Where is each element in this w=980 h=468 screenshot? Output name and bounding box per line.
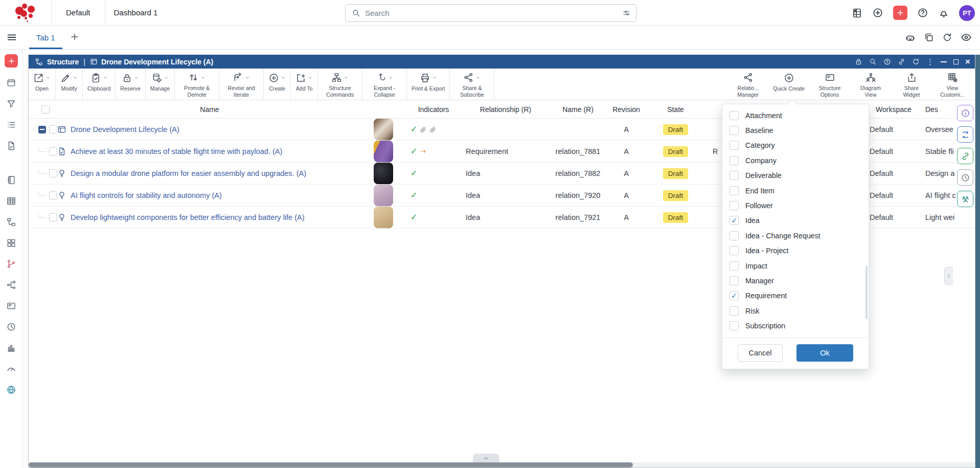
checkbox[interactable] [730, 141, 739, 150]
reserve-button[interactable]: Reserve [116, 69, 145, 100]
gauge-icon[interactable] [4, 362, 18, 376]
widget-title-bar[interactable]: Structure | Drone Development Lifecycle … [29, 55, 975, 69]
filter-option-deliverable[interactable]: Deliverable [722, 168, 869, 183]
list-icon[interactable] [4, 118, 18, 132]
print-export-button[interactable]: Print & Export [407, 69, 450, 100]
diagram-view-button[interactable]: Diagram View [850, 69, 891, 100]
help-icon[interactable] [917, 7, 928, 18]
checkbox[interactable] [730, 126, 739, 135]
structure-options-button[interactable]: Structure Options [809, 69, 850, 100]
filter-option-follower[interactable]: Follower [722, 198, 869, 213]
bar-chart-icon[interactable] [4, 341, 18, 355]
select-all-checkbox[interactable] [41, 105, 50, 114]
item-thumbnail[interactable] [374, 185, 393, 206]
share-subscribe-button[interactable]: Share & Subscribe [450, 69, 494, 100]
filter-option-impact[interactable]: Impact [722, 258, 869, 273]
widget-refresh-icon[interactable] [912, 58, 920, 65]
checkbox[interactable] [730, 201, 739, 210]
item-link[interactable]: Drone Development Lifecycle (A) [71, 125, 179, 133]
table-grid-icon[interactable] [4, 194, 18, 208]
close-icon[interactable]: × [965, 57, 970, 66]
item-link[interactable]: Achieve at least 30 minutes of stable fl… [71, 147, 282, 155]
checkbox[interactable] [730, 291, 739, 300]
history-icon[interactable] [957, 169, 973, 186]
checkbox[interactable] [730, 156, 739, 165]
row-checkbox[interactable] [49, 191, 57, 199]
open-button[interactable]: Open [29, 69, 56, 100]
search-filters-icon[interactable] [622, 9, 631, 17]
filter-option-idea-change-request[interactable]: Idea - Change Request [722, 228, 869, 243]
column-header-name-r[interactable]: Name (R) [549, 105, 607, 114]
item-thumbnail[interactable] [374, 207, 393, 228]
more-options-icon[interactable]: ⋮ [926, 57, 934, 66]
expand-collapse-button[interactable]: Expand - Collapse [362, 69, 407, 100]
user-avatar[interactable]: PT [959, 5, 975, 21]
ok-button[interactable]: Ok [796, 344, 853, 362]
item-thumbnail[interactable] [374, 163, 393, 184]
column-header-name[interactable]: Name [57, 105, 362, 114]
menu-dashboard-1[interactable]: Dashboard 1 [105, 0, 167, 25]
checkbox[interactable] [730, 306, 739, 316]
view-customization-button[interactable]: View Customi... [932, 69, 973, 100]
dropdown-scrollbar[interactable] [865, 265, 868, 319]
flow-nodes-icon[interactable] [4, 278, 18, 292]
add-to-button[interactable]: Add To [291, 69, 318, 100]
notifications-bell-icon[interactable] [938, 7, 949, 18]
checkbox[interactable] [730, 111, 739, 120]
checkbox[interactable] [730, 171, 739, 180]
export-grid-icon[interactable] [852, 8, 862, 18]
quick-create-button[interactable]: Quick Create [768, 69, 809, 100]
search-in-widget-icon[interactable] [869, 58, 877, 65]
add-circle-icon[interactable] [872, 7, 883, 18]
filter-option-idea[interactable]: Idea [722, 213, 869, 228]
branch-icon[interactable] [4, 257, 18, 271]
create-button[interactable]: Create [264, 69, 291, 100]
row-checkbox[interactable] [49, 125, 57, 133]
checkbox[interactable] [730, 246, 739, 255]
promote-demote-button[interactable]: Promote & Demote [175, 69, 219, 100]
link-icon[interactable] [957, 148, 973, 164]
column-header-indicators[interactable]: Indicators [405, 105, 462, 114]
notebook-icon[interactable] [4, 173, 18, 187]
preview-eye-icon[interactable] [961, 32, 972, 43]
card-icon[interactable] [4, 299, 18, 313]
hamburger-menu-icon[interactable] [6, 32, 17, 43]
filter-option-risk[interactable]: Risk [722, 303, 869, 318]
column-header-workspace[interactable]: Workspace [865, 105, 922, 114]
item-thumbnail[interactable] [374, 141, 393, 162]
structure-tree-icon[interactable] [4, 215, 18, 229]
row-checkbox[interactable] [49, 147, 57, 155]
share-widget-button[interactable]: Share Widget [891, 69, 932, 100]
filter-option-end-item[interactable]: End Item [722, 183, 869, 198]
search-input[interactable] [365, 9, 618, 17]
filter-option-baseline[interactable]: Baseline [722, 123, 869, 138]
maximize-icon[interactable] [953, 59, 959, 64]
checkbox[interactable] [730, 276, 739, 285]
column-header-relationship[interactable]: Relationship (R) [462, 105, 549, 114]
filter-option-attachment[interactable]: Attachment [722, 108, 869, 123]
globe-icon[interactable] [4, 383, 18, 397]
structure-commands-button[interactable]: Structure Commands [318, 69, 362, 100]
quick-create-icon[interactable] [893, 6, 907, 20]
clipboard-button[interactable]: Clipboard [83, 69, 116, 100]
collapse-toggle[interactable] [38, 126, 46, 133]
checkbox[interactable] [730, 321, 739, 330]
menu-default[interactable]: Default [51, 0, 105, 25]
checkbox[interactable] [730, 231, 739, 240]
row-checkbox[interactable] [49, 213, 57, 221]
assistant-bot-icon[interactable] [905, 32, 916, 43]
history-clock-icon[interactable] [4, 320, 18, 334]
revise-iterate-button[interactable]: Revise and Iterate [219, 69, 264, 100]
scrollbar-thumb[interactable] [29, 462, 633, 467]
panel-collapse-handle[interactable] [944, 267, 953, 285]
filter-option-subscription[interactable]: Subscription [722, 318, 869, 333]
relationship-manager-button[interactable]: Relatio... Manager [727, 69, 768, 100]
manage-button[interactable]: Manage [146, 69, 175, 100]
filter-option-company[interactable]: Company [722, 153, 869, 168]
horizontal-scrollbar[interactable] [29, 462, 975, 467]
document-icon[interactable] [4, 139, 18, 153]
quick-add-icon[interactable] [5, 54, 18, 68]
cancel-button[interactable]: Cancel [738, 344, 783, 362]
team-icon[interactable] [957, 191, 973, 207]
filter-option-manager[interactable]: Manager [722, 273, 869, 288]
